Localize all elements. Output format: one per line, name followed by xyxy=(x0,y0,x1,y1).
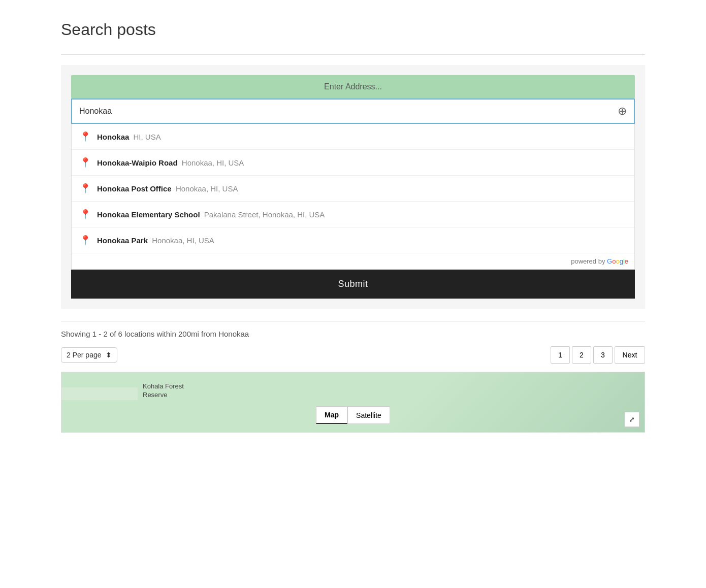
suggestion-item-4[interactable]: 📍 Honokaa Park Honokaa, HI, USA xyxy=(72,227,634,253)
page-btn-3[interactable]: 3 xyxy=(593,346,613,364)
powered-by-row: powered by Google xyxy=(72,253,634,269)
search-container: Enter Address... ⊕ 📍 Honokaa HI, USA xyxy=(61,65,645,309)
search-input-area: ⊕ 📍 Honokaa HI, USA 📍 Honokaa-Waipio Roa… xyxy=(71,99,635,270)
suggestion-item-3[interactable]: 📍 Honokaa Elementary School Pakalana Str… xyxy=(72,202,634,227)
map-label-line2: Reserve xyxy=(143,391,167,399)
submit-button[interactable]: Submit xyxy=(71,270,635,299)
suggestion-item-1[interactable]: 📍 Honokaa-Waipio Road Honokaa, HI, USA xyxy=(72,150,634,176)
suggestion-bold-4: Honokaa Park xyxy=(97,236,148,245)
per-page-arrow: ⬍ xyxy=(106,351,112,359)
suggestion-bold-3: Honokaa Elementary School xyxy=(97,210,200,219)
pin-icon-1: 📍 xyxy=(80,157,91,168)
expand-map-button[interactable]: ⤢ xyxy=(624,412,639,427)
expand-icon: ⤢ xyxy=(629,415,635,423)
map-label: Kohala Forest Reserve xyxy=(143,382,184,400)
map-label-line1: Kohala Forest xyxy=(143,382,184,390)
address-bar: Enter Address... xyxy=(71,75,635,99)
search-input-wrapper: ⊕ xyxy=(71,99,635,124)
next-button[interactable]: Next xyxy=(615,346,645,364)
page-btn-2[interactable]: 2 xyxy=(572,346,591,364)
search-input[interactable] xyxy=(72,100,634,123)
pin-icon-0: 📍 xyxy=(80,131,91,142)
suggestion-bold-1: Honokaa-Waipio Road xyxy=(97,158,178,167)
map-button[interactable]: Map xyxy=(316,406,347,424)
results-text: Showing 1 - 2 of 6 locations within 200m… xyxy=(61,330,645,338)
suggestion-light-4: Honokaa, HI, USA xyxy=(152,236,214,245)
pagination-buttons: 1 2 3 Next xyxy=(551,346,645,364)
pin-icon-2: 📍 xyxy=(80,183,91,194)
suggestion-light-1: Honokaa, HI, USA xyxy=(182,158,244,167)
suggestion-light-0: HI, USA xyxy=(134,133,161,141)
suggestions-dropdown: 📍 Honokaa HI, USA 📍 Honokaa-Waipio Road … xyxy=(71,124,635,270)
top-divider xyxy=(61,54,645,55)
map-controls: Map Satellite xyxy=(316,406,390,424)
suggestion-light-2: Honokaa, HI, USA xyxy=(176,184,238,193)
suggestion-item-2[interactable]: 📍 Honokaa Post Office Honokaa, HI, USA xyxy=(72,176,634,202)
suggestion-bold-0: Honokaa xyxy=(97,133,129,141)
map-road-h xyxy=(61,387,138,400)
crosshair-icon[interactable]: ⊕ xyxy=(618,105,627,118)
results-divider xyxy=(61,321,645,321)
satellite-button[interactable]: Satellite xyxy=(347,406,390,424)
suggestion-light-3: Pakalana Street, Honokaa, HI, USA xyxy=(204,210,325,219)
pin-icon-4: 📍 xyxy=(80,235,91,246)
per-page-selector[interactable]: 2 Per page ⬍ xyxy=(61,347,117,363)
pin-icon-3: 📍 xyxy=(80,209,91,220)
suggestion-item-0[interactable]: 📍 Honokaa HI, USA xyxy=(72,124,634,150)
page-title: Search posts xyxy=(61,20,645,39)
page-btn-1[interactable]: 1 xyxy=(551,346,570,364)
suggestion-bold-2: Honokaa Post Office xyxy=(97,184,172,193)
google-logo: Google xyxy=(607,257,628,265)
map-preview: Kohala Forest Reserve Map Satellite ⤢ xyxy=(61,372,645,433)
per-page-label: 2 Per page xyxy=(67,351,102,359)
pagination-row: 2 Per page ⬍ 1 2 3 Next xyxy=(61,346,645,364)
powered-by-text: powered by xyxy=(571,257,605,265)
